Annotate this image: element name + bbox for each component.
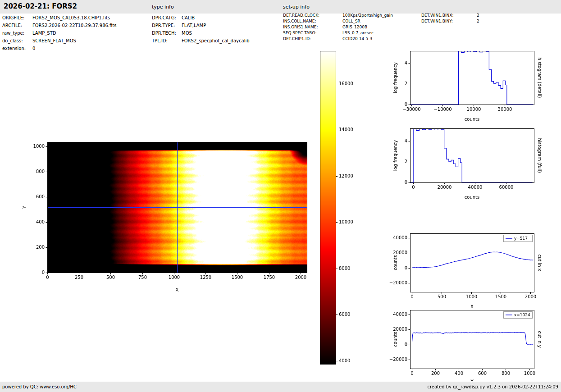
meta-value: FLAT,LAMP (182, 23, 206, 28)
header-bar (0, 0, 561, 14)
type-info-column: DPR.CATG:CALIB DPR.TYPE:FLAT,LAMP DPR.TE… (152, 14, 250, 45)
binning-info-column: DET.WIN1.BINX:2 DET.WIN1.BINY:2 (421, 13, 479, 24)
meta-row: TPL.ID:FORS2_specphot_cal_daycalib (152, 37, 250, 45)
meta-value: MOS (182, 31, 192, 36)
histogram-detail-plot (379, 43, 561, 128)
meta-label: INS.GRIS1.NAME: (283, 24, 342, 30)
footer-powered-by: powered by QC: www.eso.org/HC (2, 384, 77, 389)
meta-value: GRIS_1200B (342, 25, 367, 29)
setup-info-heading: set-up info (283, 4, 310, 10)
meta-value: 100Kps/2ports/high_gain (342, 13, 393, 18)
meta-label: DET.CHIP1.ID: (283, 36, 342, 42)
meta-label: ORIGFILE: (2, 14, 32, 22)
meta-value: 2 (477, 13, 479, 18)
meta-row: DET.READ.CLOCK:100Kps/2ports/high_gain (283, 13, 393, 18)
type-info-heading: type info (152, 4, 174, 10)
meta-value: LAMP_STD (32, 31, 56, 36)
meta-label: DET.WIN1.BINY: (421, 18, 477, 24)
qc-report-page: 2026-02-21: FORS2 type info set-up info … (0, 0, 561, 392)
meta-label: TPL.ID: (152, 37, 182, 45)
meta-row: DPR.TYPE:FLAT,LAMP (152, 22, 250, 29)
meta-value: COLL_SR (342, 19, 360, 23)
meta-value: FORS2_MOS_CAL053.18.CHIP1.fits (32, 15, 110, 20)
meta-value: FORS2_specphot_cal_daycalib (182, 38, 250, 43)
meta-row: DET.WIN1.BINY:2 (421, 18, 479, 24)
meta-label: ARCFILE: (2, 22, 32, 29)
meta-row: ARCFILE:FORS2.2026-02-22T10:29:37.986.fi… (2, 22, 116, 29)
cut-in-x-plot (379, 228, 561, 311)
meta-label: DPR.CATG: (152, 14, 182, 22)
meta-label: INS.COLL.NAME: (283, 18, 342, 24)
setup-info-column: DET.READ.CLOCK:100Kps/2ports/high_gain I… (283, 13, 393, 42)
meta-row: INS.GRIS1.NAME:GRIS_1200B (283, 24, 393, 30)
meta-value: FORS2.2026-02-22T10:29:37.986.fits (32, 23, 116, 28)
meta-row: INS.COLL.NAME:COLL_SR (283, 18, 393, 24)
meta-label: do_class: (2, 37, 32, 45)
meta-value: CCID20-14-5-3 (342, 36, 372, 41)
meta-value: LSS_0.7_arcsec (342, 31, 374, 35)
raw-image-heatmap-plot (16, 133, 318, 300)
meta-label: DPR.TECH: (152, 29, 182, 37)
meta-row: DET.CHIP1.ID:CCID20-14-5-3 (283, 36, 393, 42)
meta-label: raw_type: (2, 29, 32, 37)
meta-label: SEQ.SPEC.TARG: (283, 30, 342, 36)
meta-row: raw_type:LAMP_STD (2, 29, 116, 37)
meta-row: do_class:SCREEN_FLAT_MOS (2, 37, 116, 45)
meta-value: SCREEN_FLAT_MOS (32, 38, 76, 43)
meta-row: DPR.TECH:MOS (152, 29, 250, 37)
colorbar (315, 47, 360, 369)
histogram-full-plot (379, 122, 561, 207)
meta-label: DPR.TYPE: (152, 22, 182, 29)
page-title: 2026-02-21: FORS2 (4, 2, 77, 10)
meta-row: extension:0 (2, 45, 116, 52)
meta-row: DPR.CATG:CALIB (152, 14, 250, 22)
meta-label: extension: (2, 45, 32, 52)
meta-value: CALIB (182, 15, 195, 20)
meta-value: 2 (477, 19, 479, 23)
meta-label: DET.READ.CLOCK: (283, 13, 342, 18)
cut-in-y-plot (379, 304, 561, 387)
footer-created-by: created by qc_rawdisp.py v1.2.3 on 2026-… (427, 384, 558, 389)
meta-row: SEQ.SPEC.TARG:LSS_0.7_arcsec (283, 30, 393, 36)
file-metadata-column: ORIGFILE:FORS2_MOS_CAL053.18.CHIP1.fits … (2, 14, 116, 52)
meta-label: DET.WIN1.BINX: (421, 13, 477, 18)
meta-row: DET.WIN1.BINX:2 (421, 13, 479, 18)
meta-value: 0 (32, 46, 35, 51)
meta-row: ORIGFILE:FORS2_MOS_CAL053.18.CHIP1.fits (2, 14, 116, 22)
